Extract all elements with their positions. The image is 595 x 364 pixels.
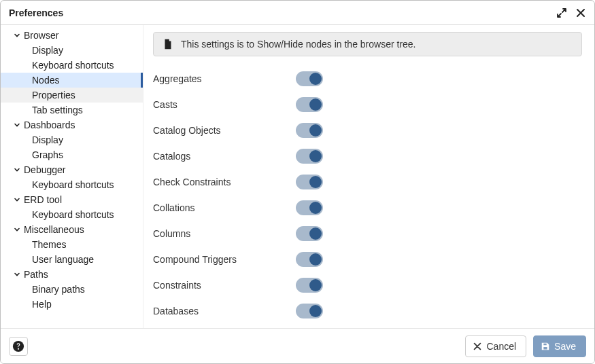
node-row: Collations bbox=[153, 195, 582, 221]
tree-children: ThemesUser language bbox=[1, 237, 143, 267]
chevron-down-icon bbox=[13, 31, 21, 39]
node-toggle[interactable] bbox=[296, 304, 323, 318]
toggle-knob bbox=[309, 124, 322, 136]
node-toggle[interactable] bbox=[296, 149, 323, 164]
sidebar-item-browser-properties[interactable]: Properties bbox=[1, 88, 143, 103]
dialog-body: BrowserDisplayKeyboard shortcutsNodesPro… bbox=[1, 25, 594, 328]
tree-group-erd: ERD toolKeyboard shortcuts bbox=[1, 192, 143, 222]
node-row: Casts bbox=[153, 92, 582, 117]
window-controls bbox=[555, 6, 588, 20]
sidebar-item-misc-themes[interactable]: Themes bbox=[1, 237, 143, 252]
tree-children: DisplayGraphs bbox=[1, 132, 143, 162]
sidebar-item-paths-bin[interactable]: Binary paths bbox=[1, 282, 143, 297]
node-row: Databases bbox=[153, 298, 582, 324]
node-toggle[interactable] bbox=[296, 97, 323, 112]
sidebar-item-paths-help[interactable]: Help bbox=[1, 297, 143, 312]
node-row: Columns bbox=[153, 221, 582, 247]
sidebar-item-label: Graphs bbox=[32, 149, 63, 160]
sidebar-item-browser-display[interactable]: Display bbox=[1, 43, 143, 58]
node-row: Constraints bbox=[153, 272, 582, 298]
node-label: Casts bbox=[153, 99, 275, 110]
tree-group-dashboards: DashboardsDisplayGraphs bbox=[1, 117, 143, 162]
node-toggle[interactable] bbox=[296, 252, 323, 267]
tree-group-browser: BrowserDisplayKeyboard shortcutsNodesPro… bbox=[1, 28, 143, 117]
tree-group-header-paths[interactable]: Paths bbox=[1, 267, 143, 282]
titlebar: Preferences bbox=[1, 1, 594, 25]
node-label: Check Constraints bbox=[153, 177, 275, 187]
tree-group-label: Paths bbox=[24, 269, 48, 280]
node-toggle[interactable] bbox=[296, 123, 323, 138]
preferences-dialog: Preferences BrowserDisplayKeyboard short… bbox=[0, 0, 595, 364]
sidebar-scroll[interactable]: BrowserDisplayKeyboard shortcutsNodesPro… bbox=[1, 25, 143, 328]
toggle-knob bbox=[309, 279, 322, 291]
sidebar-item-label: Keyboard shortcuts bbox=[32, 179, 114, 190]
expand-icon[interactable] bbox=[555, 6, 568, 20]
save-button-label: Save bbox=[554, 341, 576, 352]
sidebar-item-label: Themes bbox=[32, 239, 67, 250]
node-label: Aggregates bbox=[153, 73, 275, 84]
sidebar-item-dash-graphs[interactable]: Graphs bbox=[1, 147, 143, 162]
info-banner: This settings is to Show/Hide nodes in t… bbox=[153, 32, 582, 56]
sidebar-item-label: Display bbox=[32, 45, 63, 56]
cancel-button[interactable]: Cancel bbox=[465, 335, 526, 357]
toggle-knob bbox=[309, 202, 322, 214]
document-icon bbox=[162, 38, 174, 50]
sidebar-item-label: User language bbox=[32, 254, 94, 265]
tree-group-label: Dashboards bbox=[24, 120, 75, 130]
tree-group-header-erd[interactable]: ERD tool bbox=[1, 192, 143, 207]
toggle-knob bbox=[309, 176, 322, 188]
close-icon[interactable] bbox=[574, 6, 588, 20]
node-toggle[interactable] bbox=[296, 175, 323, 189]
chevron-down-icon bbox=[13, 121, 21, 129]
node-toggle[interactable] bbox=[296, 226, 323, 241]
toggle-knob bbox=[309, 98, 322, 111]
sidebar-item-label: Nodes bbox=[32, 75, 59, 86]
tree-group-header-debugger[interactable]: Debugger bbox=[1, 162, 143, 177]
tree-group-paths: PathsBinary pathsHelp bbox=[1, 267, 143, 312]
nodes-list: AggregatesCastsCatalog ObjectsCatalogsCh… bbox=[153, 66, 582, 328]
node-row: Domain Constraints bbox=[153, 324, 582, 328]
tree-group-label: Debugger bbox=[24, 164, 66, 175]
footer-buttons: Cancel Save bbox=[465, 335, 586, 357]
sidebar-item-label: Keyboard shortcuts bbox=[32, 60, 114, 71]
sidebar-item-browser-tabsettings[interactable]: Tab settings bbox=[1, 103, 143, 117]
sidebar-item-label: Binary paths bbox=[32, 284, 85, 295]
node-toggle[interactable] bbox=[296, 71, 323, 86]
tree-children: Keyboard shortcuts bbox=[1, 207, 143, 222]
toggle-knob bbox=[309, 253, 322, 266]
main-scroll[interactable]: This settings is to Show/Hide nodes in t… bbox=[143, 25, 594, 328]
help-button[interactable] bbox=[9, 337, 28, 356]
tree-group-header-misc[interactable]: Miscellaneous bbox=[1, 222, 143, 237]
sidebar-item-dbg-kb[interactable]: Keyboard shortcuts bbox=[1, 177, 143, 192]
node-row: Catalog Objects bbox=[153, 117, 582, 143]
node-toggle[interactable] bbox=[296, 200, 323, 215]
toggle-knob bbox=[309, 305, 322, 317]
main-panel: This settings is to Show/Hide nodes in t… bbox=[143, 25, 594, 328]
node-row: Compound Triggers bbox=[153, 247, 582, 272]
sidebar-item-browser-kb[interactable]: Keyboard shortcuts bbox=[1, 58, 143, 73]
tree-group-header-browser[interactable]: Browser bbox=[1, 28, 143, 43]
node-row: Aggregates bbox=[153, 66, 582, 92]
sidebar-item-misc-lang[interactable]: User language bbox=[1, 252, 143, 267]
node-label: Columns bbox=[153, 228, 275, 239]
node-toggle[interactable] bbox=[296, 278, 323, 293]
tree-group-header-dashboards[interactable]: Dashboards bbox=[1, 117, 143, 132]
chevron-down-icon bbox=[13, 196, 21, 204]
sidebar-item-browser-nodes[interactable]: Nodes bbox=[1, 73, 143, 88]
node-row: Check Constraints bbox=[153, 169, 582, 195]
tree-group-debugger: DebuggerKeyboard shortcuts bbox=[1, 162, 143, 192]
cancel-button-label: Cancel bbox=[486, 341, 516, 352]
sidebar-item-label: Keyboard shortcuts bbox=[32, 209, 114, 220]
tree-children: Keyboard shortcuts bbox=[1, 177, 143, 192]
tree-group-misc: MiscellaneousThemesUser language bbox=[1, 222, 143, 267]
node-row: Catalogs bbox=[153, 143, 582, 169]
node-label: Compound Triggers bbox=[153, 254, 275, 265]
chevron-down-icon bbox=[13, 225, 21, 234]
tree-group-label: ERD tool bbox=[24, 194, 62, 205]
save-button[interactable]: Save bbox=[533, 335, 586, 357]
node-label: Databases bbox=[153, 306, 275, 316]
node-label: Collations bbox=[153, 202, 275, 213]
sidebar-item-erd-kb[interactable]: Keyboard shortcuts bbox=[1, 207, 143, 222]
sidebar-item-dash-display[interactable]: Display bbox=[1, 132, 143, 147]
sidebar-item-label: Tab settings bbox=[32, 105, 83, 115]
